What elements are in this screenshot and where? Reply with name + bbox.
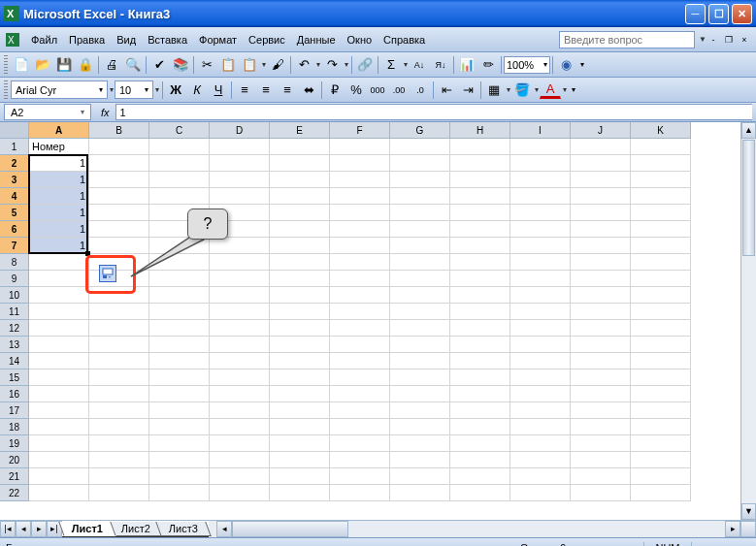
cell[interactable]	[210, 468, 270, 485]
cell[interactable]	[330, 287, 390, 304]
cell[interactable]	[210, 139, 270, 155]
cell[interactable]	[210, 337, 270, 353]
cell[interactable]	[89, 155, 149, 172]
column-header[interactable]: D	[210, 122, 270, 139]
cell[interactable]	[210, 287, 270, 304]
cell[interactable]	[571, 304, 631, 320]
cell[interactable]	[510, 139, 571, 155]
cell[interactable]	[330, 139, 390, 155]
cell[interactable]	[571, 452, 631, 468]
align-left-icon[interactable]: ≡	[234, 80, 255, 101]
row-header[interactable]: 19	[0, 435, 29, 452]
cell[interactable]	[450, 337, 510, 353]
cell[interactable]	[29, 337, 89, 353]
cell[interactable]	[510, 205, 571, 221]
cell[interactable]	[571, 353, 631, 369]
cell[interactable]	[149, 304, 210, 320]
sheet-tab-3[interactable]: Лист3	[155, 522, 211, 536]
cell[interactable]: 1	[29, 188, 89, 205]
copy-icon[interactable]: 📋	[217, 54, 239, 76]
font-color-dropdown[interactable]: ▾	[561, 85, 568, 94]
row-header[interactable]: 10	[0, 287, 29, 304]
font-dropdown[interactable]: ▾	[108, 85, 115, 94]
mdi-restore[interactable]: ❐	[722, 33, 736, 47]
cell[interactable]	[89, 337, 149, 353]
cell[interactable]	[571, 238, 631, 254]
row-header[interactable]: 12	[0, 320, 29, 337]
chart-wizard-icon[interactable]: 📊	[456, 54, 477, 76]
cell[interactable]	[450, 139, 510, 155]
print-preview-icon[interactable]: 🔍	[122, 54, 144, 76]
column-header[interactable]: I	[510, 122, 571, 139]
row-header[interactable]: 15	[0, 369, 29, 386]
cell[interactable]	[210, 172, 270, 188]
cell[interactable]	[210, 254, 270, 271]
menu-file[interactable]: Файл	[25, 32, 63, 48]
row-header[interactable]: 4	[0, 188, 29, 205]
currency-icon[interactable]: ₽	[324, 80, 345, 101]
cell[interactable]	[450, 419, 510, 435]
cell[interactable]	[510, 419, 571, 435]
toolbar-options[interactable]: ▾	[576, 54, 588, 76]
cell[interactable]	[631, 337, 691, 353]
cell[interactable]	[571, 287, 631, 304]
cell[interactable]	[450, 353, 510, 369]
redo-dropdown[interactable]: ▾	[343, 60, 349, 69]
cell[interactable]	[89, 468, 149, 485]
row-header[interactable]: 3	[0, 172, 29, 188]
cell[interactable]	[270, 369, 330, 386]
horizontal-scrollbar[interactable]: ◂ ▸	[216, 521, 740, 537]
paste-icon[interactable]: 📋	[239, 54, 260, 76]
cell[interactable]	[29, 386, 89, 402]
new-icon[interactable]: 📄	[11, 54, 32, 76]
cell[interactable]	[270, 468, 330, 485]
cell[interactable]	[330, 238, 390, 254]
cell[interactable]: 1	[29, 238, 89, 254]
cell[interactable]	[631, 238, 691, 254]
cell[interactable]	[89, 386, 149, 402]
row-header[interactable]: 14	[0, 353, 29, 369]
cell[interactable]	[270, 188, 330, 205]
cell[interactable]	[390, 271, 450, 287]
cell[interactable]	[390, 402, 450, 419]
cell[interactable]	[631, 369, 691, 386]
cell[interactable]	[571, 419, 631, 435]
cell[interactable]	[210, 419, 270, 435]
paste-dropdown[interactable]: ▾	[260, 60, 267, 69]
cell[interactable]	[89, 304, 149, 320]
cell[interactable]	[210, 238, 270, 254]
menu-format[interactable]: Формат	[193, 32, 243, 48]
cell[interactable]	[571, 155, 631, 172]
cell[interactable]	[29, 304, 89, 320]
cell[interactable]: 1	[29, 221, 89, 238]
cell[interactable]	[29, 287, 89, 304]
cell[interactable]	[330, 468, 390, 485]
cell[interactable]	[89, 435, 149, 452]
row-header[interactable]: 17	[0, 402, 29, 419]
cell[interactable]	[390, 304, 450, 320]
cell[interactable]	[210, 402, 270, 419]
row-header[interactable]: 5	[0, 205, 29, 221]
cell[interactable]	[29, 320, 89, 337]
cell[interactable]	[390, 139, 450, 155]
print-icon[interactable]: 🖨	[101, 54, 122, 76]
row-header[interactable]: 2	[0, 155, 29, 172]
cell[interactable]	[510, 353, 571, 369]
cell[interactable]	[571, 139, 631, 155]
cell[interactable]	[330, 205, 390, 221]
cell[interactable]	[149, 402, 210, 419]
cell[interactable]	[631, 139, 691, 155]
cell[interactable]	[330, 435, 390, 452]
cell[interactable]	[631, 485, 691, 501]
redo-icon[interactable]: ↷	[321, 54, 343, 76]
font-combo[interactable]: Arial Cyr▾	[11, 80, 108, 99]
cell[interactable]	[270, 221, 330, 238]
zoom-combo[interactable]: 100%▾	[504, 56, 550, 74]
cell[interactable]	[149, 188, 210, 205]
cell[interactable]	[270, 205, 330, 221]
cell[interactable]	[149, 485, 210, 501]
menu-view[interactable]: Вид	[111, 32, 142, 48]
borders-dropdown[interactable]: ▾	[505, 85, 511, 94]
cell[interactable]	[571, 337, 631, 353]
cell[interactable]	[149, 452, 210, 468]
